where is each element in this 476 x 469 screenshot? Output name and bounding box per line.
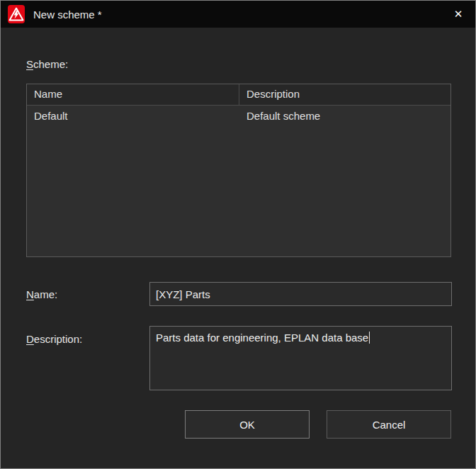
column-header-name[interactable]: Name: [27, 84, 239, 105]
table-row[interactable]: Default Default scheme: [27, 106, 450, 127]
description-label: Description:: [26, 333, 82, 345]
scheme-table[interactable]: Name Description Default Default scheme: [26, 84, 451, 257]
row-name-cell[interactable]: Default: [27, 106, 239, 127]
name-input[interactable]: [149, 282, 452, 306]
scheme-label: Scheme:: [26, 58, 68, 70]
cancel-button[interactable]: Cancel: [327, 410, 451, 439]
titlebar[interactable]: New scheme * ✕: [1, 1, 475, 28]
window-title: New scheme *: [33, 9, 102, 21]
description-text: Parts data for engineering, EPLAN data b…: [156, 332, 368, 344]
name-label: Name:: [26, 288, 57, 300]
text-caret: [369, 332, 370, 344]
eplan-logo-icon: [8, 5, 25, 23]
ok-button[interactable]: OK: [185, 410, 310, 439]
row-description-cell[interactable]: Default scheme: [239, 106, 450, 127]
description-textarea[interactable]: Parts data for engineering, EPLAN data b…: [149, 326, 452, 390]
close-icon[interactable]: ✕: [447, 3, 470, 26]
new-scheme-dialog: New scheme * ✕ Scheme: Name Description …: [0, 0, 476, 469]
column-header-description[interactable]: Description: [239, 84, 450, 105]
scheme-table-header: Name Description: [27, 84, 450, 106]
